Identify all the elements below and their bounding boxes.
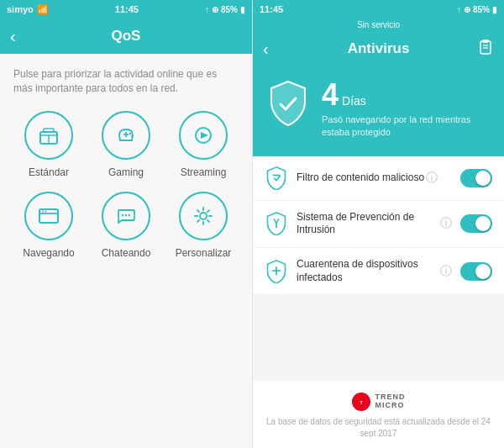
antivirus-toggle-list: Filtro de contenido malicioso ⓘ Sistema … — [253, 156, 504, 381]
streaming-circle — [179, 111, 228, 160]
navegando-circle — [24, 192, 73, 240]
svg-rect-19 — [483, 40, 488, 43]
cuarentena-shield-icon — [265, 260, 288, 283]
gaming-icon — [114, 124, 138, 147]
qos-content: Pulse para priorizar la actividad online… — [0, 54, 252, 448]
battery-text: 85% — [221, 5, 238, 14]
qos-nav-bar: ‹ QoS — [0, 18, 252, 54]
personalizar-label: Personalizar — [176, 247, 232, 259]
days-number: 4 — [322, 80, 339, 110]
cuarentena-label: Cuarentena de dispositivos infectados — [297, 258, 438, 284]
chateando-circle — [102, 192, 150, 240]
filtro-text: Filtro de contenido malicioso ⓘ — [297, 171, 452, 186]
right-service-bar: Sin servicio — [253, 18, 504, 31]
arrow-icon: ↑ — [205, 5, 209, 14]
filtro-info-icon[interactable]: ⓘ — [426, 171, 438, 186]
prevencion-info-icon[interactable]: ⓘ — [440, 216, 452, 231]
antivirus-stats: 4 Días Pasó navegando por la red mientra… — [322, 80, 491, 140]
prevencion-shield-icon — [265, 212, 288, 235]
antivirus-title: Antivirus — [348, 40, 410, 57]
svg-point-6 — [129, 132, 131, 134]
clipboard-icon[interactable] — [477, 39, 494, 59]
qos-icon-grid: Estándar Gaming — [13, 111, 239, 259]
battery-icon2: ▮ — [492, 5, 497, 14]
left-status-bar: simyo 📶 11:45 ↑ ⊕ 85% ▮ — [0, 0, 252, 18]
qos-back-button[interactable]: ‹ — [10, 27, 16, 46]
qos-panel: simyo 📶 11:45 ↑ ⊕ 85% ▮ ‹ QoS Pulse para… — [0, 0, 252, 448]
trend-micro-logo: T TREND MICRO — [352, 393, 406, 411]
svg-text:T: T — [360, 400, 363, 405]
days-unit: Días — [342, 94, 366, 108]
qos-item-navegando[interactable]: Navegando — [17, 192, 81, 259]
footer-description: La base de datos de seguridad está actua… — [261, 416, 496, 440]
trend-logo-circle: T — [352, 393, 370, 411]
qos-item-personalizar[interactable]: Personalizar — [171, 192, 235, 259]
cuarentena-toggle[interactable] — [460, 262, 492, 281]
filtro-label: Filtro de contenido malicioso — [297, 171, 424, 185]
prevencion-label: Sistema de Prevención de Intrusión — [297, 211, 438, 237]
svg-point-7 — [131, 134, 133, 136]
prevencion-text: Sistema de Prevención de Intrusión ⓘ — [297, 211, 452, 237]
qos-item-chateando[interactable]: Chateando — [94, 192, 158, 259]
right-right-area: ↑ ⊕ 85% ▮ — [457, 5, 497, 14]
qos-description: Pulse para priorizar la actividad online… — [13, 67, 239, 96]
cuarentena-text: Cuarentena de dispositivos infectados ⓘ — [297, 258, 452, 284]
stats-days-row: 4 Días — [322, 80, 491, 110]
personalizar-circle — [179, 192, 228, 240]
micro-text: MICRO — [375, 402, 406, 410]
navegando-label: Navegando — [23, 247, 74, 259]
wifi-icon: 📶 — [37, 4, 49, 15]
streaming-label: Streaming — [181, 166, 227, 178]
left-carrier: simyo 📶 — [7, 4, 49, 15]
prevencion-toggle[interactable] — [460, 214, 492, 233]
bluetooth-icon2: ⊕ — [464, 5, 470, 14]
chateando-label: Chateando — [102, 247, 151, 259]
right-carrier-text: Sin servicio — [357, 20, 400, 29]
personalizar-icon — [192, 204, 215, 228]
navegando-icon — [37, 204, 60, 228]
antivirus-panel: 11:45 ↑ ⊕ 85% ▮ Sin servicio ‹ Antivirus — [252, 0, 504, 448]
battery-icon: ▮ — [240, 5, 245, 14]
qos-item-streaming[interactable]: Streaming — [171, 111, 235, 178]
qos-item-gaming[interactable]: Gaming — [94, 111, 158, 178]
svg-point-14 — [122, 213, 123, 215]
trend-logo-icon: T — [355, 396, 367, 408]
bluetooth-icon: ⊕ — [212, 5, 218, 14]
gaming-label: Gaming — [108, 166, 144, 178]
antivirus-nav-bar: ‹ Antivirus — [253, 31, 504, 66]
battery-text2: 85% — [473, 5, 490, 14]
trend-logo-text-block: TREND MICRO — [375, 393, 406, 410]
filtro-shield-icon — [265, 166, 288, 190]
carrier-text: simyo — [7, 4, 34, 14]
svg-point-17 — [200, 213, 207, 219]
left-battery-area: ↑ ⊕ 85% ▮ — [205, 5, 245, 14]
left-time: 11:45 — [115, 4, 139, 14]
arrow-icon2: ↑ — [457, 5, 461, 14]
toggle-item-filtro: Filtro de contenido malicioso ⓘ — [253, 156, 504, 201]
antivirus-hero: 4 Días Pasó navegando por la red mientra… — [253, 66, 504, 156]
estandar-circle — [24, 111, 73, 160]
antivirus-footer: T TREND MICRO La base de datos de seguri… — [253, 381, 504, 448]
chateando-icon — [114, 204, 138, 228]
right-carrier: 11:45 — [260, 4, 283, 14]
streaming-icon — [192, 124, 215, 147]
svg-marker-9 — [201, 132, 208, 139]
antivirus-back-button[interactable]: ‹ — [263, 40, 269, 59]
qos-title: QoS — [112, 28, 141, 45]
cuarentena-info-icon[interactable]: ⓘ — [440, 264, 452, 279]
right-status-bar: 11:45 ↑ ⊕ 85% ▮ — [253, 0, 504, 18]
qos-item-estandar[interactable]: Estándar — [17, 111, 81, 178]
estandar-icon — [37, 124, 60, 147]
toggle-item-prevencion: Sistema de Prevención de Intrusión ⓘ — [253, 201, 504, 248]
right-time: 11:45 — [260, 4, 283, 14]
svg-rect-1 — [44, 129, 54, 132]
toggle-item-cuarentena: Cuarentena de dispositivos infectados ⓘ — [253, 248, 504, 295]
svg-point-12 — [42, 210, 44, 212]
filtro-toggle[interactable] — [460, 169, 492, 187]
svg-point-16 — [129, 213, 130, 215]
svg-point-13 — [45, 210, 47, 212]
estandar-label: Estándar — [29, 166, 69, 178]
antivirus-shield-icon — [266, 80, 310, 129]
stats-description: Pasó navegando por la red mientras estab… — [322, 113, 491, 140]
svg-point-15 — [125, 213, 127, 215]
